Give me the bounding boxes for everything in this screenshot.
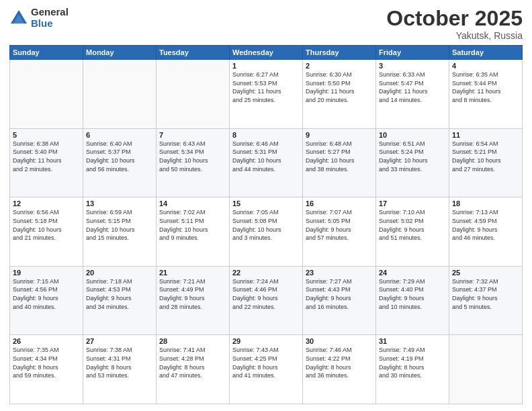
day-number: 10 (379, 131, 446, 139)
day-number: 13 (86, 199, 153, 208)
calendar-cell: 31Sunrise: 7:49 AM Sunset: 4:19 PM Dayli… (376, 335, 449, 404)
day-number: 12 (13, 199, 80, 208)
day-number: 7 (159, 131, 226, 139)
day-number: 9 (306, 131, 373, 139)
calendar-cell: 5Sunrise: 6:38 AM Sunset: 5:40 PM Daylig… (10, 128, 83, 197)
day-number: 26 (13, 337, 80, 345)
day-number: 23 (306, 269, 373, 277)
day-number: 4 (452, 62, 519, 70)
calendar-cell: 13Sunrise: 6:59 AM Sunset: 5:15 PM Dayli… (83, 197, 157, 267)
day-number: 29 (232, 337, 300, 345)
calendar-cell: 15Sunrise: 7:05 AM Sunset: 5:08 PM Dayli… (230, 197, 303, 267)
day-info: Sunrise: 7:43 AM Sunset: 4:25 PM Dayligh… (232, 346, 300, 379)
calendar-week-row: 1Sunrise: 6:27 AM Sunset: 5:53 PM Daylig… (10, 60, 523, 129)
logo-blue-text: Blue (31, 18, 69, 30)
day-info: Sunrise: 7:32 AM Sunset: 4:37 PM Dayligh… (452, 277, 519, 311)
day-info: Sunrise: 6:46 AM Sunset: 5:31 PM Dayligh… (232, 140, 300, 173)
day-info: Sunrise: 7:15 AM Sunset: 4:56 PM Dayligh… (13, 277, 80, 311)
day-info: Sunrise: 6:56 AM Sunset: 5:18 PM Dayligh… (13, 208, 80, 242)
calendar-cell: 4Sunrise: 6:35 AM Sunset: 5:44 PM Daylig… (449, 60, 523, 129)
day-number: 31 (379, 337, 446, 345)
calendar-cell: 12Sunrise: 6:56 AM Sunset: 5:18 PM Dayli… (10, 197, 83, 267)
day-info: Sunrise: 7:24 AM Sunset: 4:46 PM Dayligh… (232, 277, 300, 311)
day-number: 18 (452, 199, 519, 208)
calendar-week-row: 12Sunrise: 6:56 AM Sunset: 5:18 PM Dayli… (10, 197, 523, 267)
calendar-week-row: 26Sunrise: 7:35 AM Sunset: 4:34 PM Dayli… (10, 335, 523, 404)
calendar-cell: 2Sunrise: 6:30 AM Sunset: 5:50 PM Daylig… (303, 60, 376, 129)
day-info: Sunrise: 7:38 AM Sunset: 4:31 PM Dayligh… (86, 346, 153, 379)
day-info: Sunrise: 7:07 AM Sunset: 5:05 PM Dayligh… (306, 208, 373, 242)
day-info: Sunrise: 6:51 AM Sunset: 5:24 PM Dayligh… (379, 140, 446, 173)
day-info: Sunrise: 7:13 AM Sunset: 4:59 PM Dayligh… (452, 208, 519, 242)
day-info: Sunrise: 6:30 AM Sunset: 5:50 PM Dayligh… (306, 71, 373, 104)
day-number: 5 (13, 131, 80, 139)
day-info: Sunrise: 6:33 AM Sunset: 5:47 PM Dayligh… (379, 71, 446, 104)
day-info: Sunrise: 6:48 AM Sunset: 5:27 PM Dayligh… (306, 140, 373, 173)
day-info: Sunrise: 7:05 AM Sunset: 5:08 PM Dayligh… (232, 208, 300, 242)
day-info: Sunrise: 6:54 AM Sunset: 5:21 PM Dayligh… (452, 140, 519, 173)
calendar-cell: 30Sunrise: 7:46 AM Sunset: 4:22 PM Dayli… (303, 335, 376, 404)
calendar-week-row: 5Sunrise: 6:38 AM Sunset: 5:40 PM Daylig… (10, 128, 523, 197)
logo: General Blue (9, 7, 69, 29)
calendar-cell: 10Sunrise: 6:51 AM Sunset: 5:24 PM Dayli… (376, 128, 449, 197)
day-number: 19 (13, 269, 80, 277)
calendar-cell: 20Sunrise: 7:18 AM Sunset: 4:53 PM Dayli… (83, 266, 157, 335)
calendar-cell: 17Sunrise: 7:10 AM Sunset: 5:02 PM Dayli… (376, 197, 449, 267)
calendar-header-row: SundayMondayTuesdayWednesdayThursdayFrid… (10, 46, 523, 60)
calendar-cell: 11Sunrise: 6:54 AM Sunset: 5:21 PM Dayli… (449, 128, 523, 197)
day-number: 21 (159, 269, 226, 277)
calendar-day-header: Thursday (303, 46, 376, 60)
day-number: 17 (379, 199, 446, 208)
calendar-day-header: Saturday (449, 46, 523, 60)
calendar-table: SundayMondayTuesdayWednesdayThursdayFrid… (9, 45, 523, 404)
day-number: 30 (306, 337, 373, 345)
calendar-cell: 1Sunrise: 6:27 AM Sunset: 5:53 PM Daylig… (230, 60, 303, 129)
day-info: Sunrise: 7:46 AM Sunset: 4:22 PM Dayligh… (306, 346, 373, 379)
day-info: Sunrise: 7:41 AM Sunset: 4:28 PM Dayligh… (159, 346, 226, 379)
day-number: 24 (379, 269, 446, 277)
day-number: 1 (232, 62, 300, 70)
day-number: 20 (86, 269, 153, 277)
calendar-cell: 9Sunrise: 6:48 AM Sunset: 5:27 PM Daylig… (303, 128, 376, 197)
location: Yakutsk, Russia (386, 30, 523, 41)
calendar-day-header: Tuesday (157, 46, 230, 60)
logo-general-text: General (31, 7, 69, 18)
title-block: October 2025 Yakutsk, Russia (386, 7, 523, 41)
day-number: 28 (159, 337, 226, 345)
calendar-cell: 18Sunrise: 7:13 AM Sunset: 4:59 PM Dayli… (449, 197, 523, 267)
calendar-day-header: Friday (376, 46, 449, 60)
calendar-cell (449, 335, 523, 404)
calendar-cell: 29Sunrise: 7:43 AM Sunset: 4:25 PM Dayli… (230, 335, 303, 404)
day-info: Sunrise: 7:18 AM Sunset: 4:53 PM Dayligh… (86, 277, 153, 311)
day-number: 27 (86, 337, 153, 345)
day-number: 6 (86, 131, 153, 139)
calendar-cell (10, 60, 83, 129)
calendar-cell: 23Sunrise: 7:27 AM Sunset: 4:43 PM Dayli… (303, 266, 376, 335)
day-info: Sunrise: 6:40 AM Sunset: 5:37 PM Dayligh… (86, 140, 153, 173)
day-number: 16 (306, 199, 373, 208)
calendar-cell: 7Sunrise: 6:43 AM Sunset: 5:34 PM Daylig… (157, 128, 230, 197)
calendar-cell: 21Sunrise: 7:21 AM Sunset: 4:49 PM Dayli… (157, 266, 230, 335)
day-info: Sunrise: 6:59 AM Sunset: 5:15 PM Dayligh… (86, 208, 153, 242)
calendar-week-row: 19Sunrise: 7:15 AM Sunset: 4:56 PM Dayli… (10, 266, 523, 335)
day-number: 25 (452, 269, 519, 277)
day-number: 3 (379, 62, 446, 70)
calendar-cell (157, 60, 230, 129)
calendar-cell: 27Sunrise: 7:38 AM Sunset: 4:31 PM Dayli… (83, 335, 157, 404)
day-info: Sunrise: 6:38 AM Sunset: 5:40 PM Dayligh… (13, 140, 80, 173)
day-info: Sunrise: 6:35 AM Sunset: 5:44 PM Dayligh… (452, 71, 519, 104)
calendar-cell: 26Sunrise: 7:35 AM Sunset: 4:34 PM Dayli… (10, 335, 83, 404)
calendar-day-header: Wednesday (230, 46, 303, 60)
day-number: 11 (452, 131, 519, 139)
day-info: Sunrise: 7:21 AM Sunset: 4:49 PM Dayligh… (159, 277, 226, 311)
day-info: Sunrise: 6:27 AM Sunset: 5:53 PM Dayligh… (232, 71, 300, 104)
calendar-cell: 19Sunrise: 7:15 AM Sunset: 4:56 PM Dayli… (10, 266, 83, 335)
calendar-cell: 24Sunrise: 7:29 AM Sunset: 4:40 PM Dayli… (376, 266, 449, 335)
day-info: Sunrise: 7:35 AM Sunset: 4:34 PM Dayligh… (13, 346, 80, 379)
day-info: Sunrise: 7:10 AM Sunset: 5:02 PM Dayligh… (379, 208, 446, 242)
calendar-cell (83, 60, 157, 129)
day-number: 14 (159, 199, 226, 208)
calendar-cell: 6Sunrise: 6:40 AM Sunset: 5:37 PM Daylig… (83, 128, 157, 197)
calendar-cell: 14Sunrise: 7:02 AM Sunset: 5:11 PM Dayli… (157, 197, 230, 267)
day-number: 15 (232, 199, 300, 208)
